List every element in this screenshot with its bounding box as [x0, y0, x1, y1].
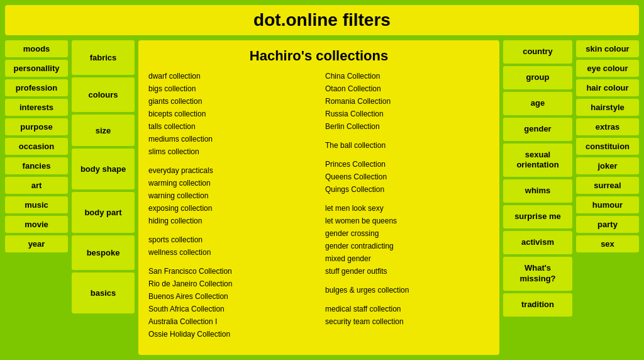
collection-item[interactable]: gender crossing: [325, 228, 489, 239]
page-wrapper: dot.online filters moodspersonallityprof…: [0, 0, 644, 360]
collection-item[interactable]: security team collection: [325, 316, 489, 327]
filter-btn-extras[interactable]: extras: [576, 118, 639, 135]
collection-item[interactable]: Quings Collection: [325, 184, 489, 195]
collection-spacer: [325, 196, 489, 201]
collection-item[interactable]: mediums collection: [148, 133, 313, 145]
filter-btn-moods[interactable]: moods: [5, 40, 68, 57]
collection-item[interactable]: sports collection: [148, 234, 313, 245]
collection-item[interactable]: hiding collection: [148, 215, 313, 227]
filter-btn-whats-missing[interactable]: What's missing?: [503, 257, 572, 291]
filter-btn-bespoke[interactable]: bespoke: [72, 235, 135, 270]
filter-btn-skin-colour[interactable]: skin colour: [576, 40, 639, 57]
filter-btn-year[interactable]: year: [5, 235, 68, 252]
collection-item[interactable]: South Africa Collection: [148, 303, 313, 315]
collection-item[interactable]: let women be queens: [325, 215, 489, 227]
collection-spacer: [148, 159, 313, 164]
collection-item[interactable]: Buenos Aires Collection: [148, 291, 313, 302]
collection-item[interactable]: bulges & urges collection: [325, 284, 489, 296]
collection-item[interactable]: bigs collection: [148, 83, 313, 94]
left-column: moodspersonallityprofessioninterestspurp…: [5, 40, 68, 355]
collection-item[interactable]: talls collection: [148, 121, 313, 132]
collection-item[interactable]: Ossie Holiday Collection: [148, 329, 313, 340]
filter-btn-eye-colour[interactable]: eye colour: [576, 60, 639, 77]
filter-btn-group[interactable]: group: [503, 66, 572, 89]
filter-btn-size[interactable]: size: [72, 115, 135, 146]
collection-spacer: [148, 259, 313, 264]
filter-btn-purpose[interactable]: purpose: [5, 118, 68, 135]
filter-btn-tradition[interactable]: tradition: [503, 293, 572, 317]
collection-item[interactable]: stuff gender outfits: [325, 266, 489, 277]
filter-btn-movie[interactable]: movie: [5, 216, 68, 233]
filter-btn-surprise-me[interactable]: surprise me: [503, 205, 572, 228]
filter-btn-profession[interactable]: profession: [5, 79, 68, 96]
collections-right: China CollectionOtaon CollectionRomania …: [325, 70, 489, 347]
collection-item[interactable]: medical staff collection: [325, 303, 489, 315]
filter-btn-art[interactable]: art: [5, 177, 68, 194]
filter-btn-colours[interactable]: colours: [72, 77, 135, 112]
collection-spacer: [325, 152, 489, 157]
filter-btn-gender[interactable]: gender: [503, 118, 572, 141]
collection-spacer: [325, 297, 489, 302]
filter-btn-fabrics[interactable]: fabrics: [72, 40, 135, 75]
collection-item[interactable]: San Francisco Collection: [148, 266, 313, 277]
collection-item[interactable]: dwarf collection: [148, 70, 313, 82]
filter-btn-sex[interactable]: sex: [576, 235, 639, 252]
filter-btn-hairstyle[interactable]: hairstyle: [576, 99, 639, 116]
filter-btn-joker[interactable]: joker: [576, 157, 639, 174]
collection-item[interactable]: Rio de Janeiro Collection: [148, 278, 313, 290]
collection-item[interactable]: Otaon Collection: [325, 83, 489, 94]
filter-btn-basics[interactable]: basics: [72, 273, 135, 313]
collection-item[interactable]: The ball collection: [325, 140, 489, 151]
center-title: Hachiro's collections: [148, 48, 489, 64]
collection-item[interactable]: Queens Collection: [325, 171, 489, 183]
filter-btn-whims[interactable]: whims: [503, 179, 572, 203]
center-panel: Hachiro's collections dwarf collectionbi…: [138, 40, 499, 355]
collection-item[interactable]: Berlin Collection: [325, 121, 489, 132]
filter-btn-fancies[interactable]: fancies: [5, 157, 68, 174]
filter-btn-constituion[interactable]: constituion: [576, 138, 639, 155]
collection-item[interactable]: mixed gender: [325, 253, 489, 264]
right-mid-column: countrygroupagegendersexual orientationw…: [503, 40, 572, 355]
collection-item[interactable]: Princes Collection: [325, 159, 489, 170]
filter-btn-humour[interactable]: humour: [576, 196, 639, 213]
filter-btn-occasion[interactable]: occasion: [5, 138, 68, 155]
collection-spacer: [148, 228, 313, 233]
filter-btn-country[interactable]: country: [503, 40, 572, 64]
collection-item[interactable]: Russia Collection: [325, 108, 489, 120]
page-title: dot.online filters: [5, 5, 639, 35]
collection-item[interactable]: warming collection: [148, 177, 313, 189]
filter-btn-activism[interactable]: activism: [503, 231, 572, 254]
filter-btn-age[interactable]: age: [503, 92, 572, 115]
filter-btn-surreal[interactable]: surreal: [576, 177, 639, 194]
filter-btn-interests[interactable]: interests: [5, 99, 68, 116]
collection-item[interactable]: wellness collection: [148, 247, 313, 258]
filter-btn-music[interactable]: music: [5, 196, 68, 213]
filter-btn-personallity[interactable]: personallity: [5, 60, 68, 77]
collections-left: dwarf collectionbigs collectiongiants co…: [148, 70, 313, 347]
collection-item[interactable]: slims collection: [148, 146, 313, 157]
collection-item[interactable]: China Collection: [325, 70, 489, 82]
collection-item[interactable]: warning collection: [148, 190, 313, 201]
filter-btn-party[interactable]: party: [576, 216, 639, 233]
collection-item[interactable]: everyday practicals: [148, 165, 313, 176]
collection-item[interactable]: Australia Collection I: [148, 316, 313, 327]
collection-item[interactable]: giants collection: [148, 96, 313, 107]
collection-item[interactable]: let men look sexy: [325, 203, 489, 214]
collection-spacer: [325, 133, 489, 138]
collection-spacer: [325, 278, 489, 283]
main-content: moodspersonallityprofessioninterestspurp…: [0, 35, 644, 360]
collections-area: dwarf collectionbigs collectiongiants co…: [148, 70, 489, 347]
second-column: fabricscolourssizebody shapebody partbes…: [72, 40, 135, 355]
collection-item[interactable]: gender contradicting: [325, 240, 489, 252]
collection-item[interactable]: bicepts collection: [148, 108, 313, 120]
filter-btn-sexual-orientation[interactable]: sexual orientation: [503, 143, 572, 177]
filter-btn-hair-colour[interactable]: hair colour: [576, 79, 639, 96]
filter-btn-body-part[interactable]: body part: [72, 192, 135, 233]
collection-item[interactable]: exposing collection: [148, 203, 313, 214]
right-column: skin coloureye colourhair colourhairstyl…: [576, 40, 639, 355]
filter-btn-body-shape[interactable]: body shape: [72, 149, 135, 189]
collection-item[interactable]: Romania Collection: [325, 96, 489, 107]
